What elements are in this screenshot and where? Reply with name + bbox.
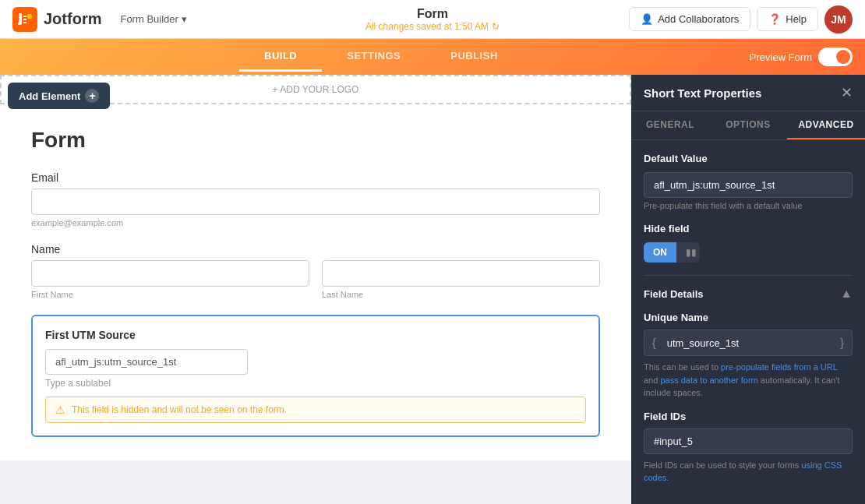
utm-input[interactable] bbox=[45, 349, 248, 375]
preview-form-label: Preview Form bbox=[750, 51, 812, 63]
name-field-group: Name First Name Last Name bbox=[31, 243, 600, 299]
jotform-logo-icon bbox=[12, 7, 37, 32]
toggle-off-button[interactable]: ▮▮ bbox=[676, 242, 700, 263]
right-actions: 👤 Add Collaborators ❓ Help JM bbox=[629, 5, 853, 33]
top-navigation: Jotform Form Builder ▾ Form All changes … bbox=[0, 0, 865, 39]
field-ids-section: Field IDs Field IDs can be used to style… bbox=[644, 411, 853, 485]
panel-body: Default Value Pre-populate this field wi… bbox=[631, 140, 865, 504]
default-value-label: Default Value bbox=[644, 153, 853, 164]
help-button[interactable]: ❓ Help bbox=[757, 7, 818, 31]
close-panel-button[interactable]: ✕ bbox=[841, 86, 853, 100]
tab-advanced[interactable]: ADVANCED bbox=[787, 111, 865, 139]
add-collaborators-button[interactable]: 👤 Add Collaborators bbox=[629, 7, 750, 31]
unique-name-input[interactable] bbox=[664, 331, 833, 355]
email-label: Email bbox=[31, 171, 600, 184]
refresh-icon: ↻ bbox=[492, 21, 500, 32]
utm-sublabel: Type a sublabel bbox=[45, 378, 586, 389]
last-name-col: Last Name bbox=[322, 260, 600, 299]
form-title: Form bbox=[365, 7, 500, 21]
form-title-area: Form All changes saved at 1:50 AM ↻ bbox=[365, 7, 500, 32]
name-row: First Name Last Name bbox=[31, 260, 600, 299]
unique-name-label: Unique Name bbox=[644, 312, 853, 323]
panel-tabs: GENERAL OPTIONS ADVANCED bbox=[631, 111, 865, 140]
default-value-hint: Pre-populate this field with a default v… bbox=[644, 201, 853, 210]
unique-name-wrapper: { } bbox=[644, 330, 853, 356]
avatar-initials: JM bbox=[831, 13, 846, 26]
panel-title: Short Text Properties bbox=[644, 86, 761, 100]
pass-data-link[interactable]: pass data to another form bbox=[660, 375, 757, 385]
first-name-input[interactable] bbox=[31, 260, 309, 287]
toggle-on-button[interactable]: ON bbox=[644, 242, 676, 263]
unique-name-description: This can be used to pre-populate fields … bbox=[644, 361, 853, 400]
preview-toggle[interactable] bbox=[818, 48, 853, 66]
hide-field-section: Hide field ON ▮▮ bbox=[644, 223, 853, 263]
form-builder-label: Form Builder bbox=[120, 13, 178, 25]
field-id-input[interactable] bbox=[644, 428, 853, 454]
panel-header: Short Text Properties ✕ bbox=[631, 75, 865, 111]
name-label: Name bbox=[31, 243, 600, 256]
utm-field-title: First UTM Source bbox=[45, 329, 586, 341]
hide-field-label: Hide field bbox=[644, 223, 853, 234]
collab-label: Add Collaborators bbox=[658, 13, 739, 25]
email-input[interactable] bbox=[31, 189, 600, 215]
main-tabs: BUILD SETTINGS PUBLISH bbox=[12, 42, 750, 72]
email-field-group: Email example@example.com bbox=[31, 171, 600, 227]
add-element-button[interactable]: Add Element + bbox=[8, 83, 110, 109]
help-label: Help bbox=[786, 13, 807, 25]
tab-publish[interactable]: PUBLISH bbox=[425, 42, 523, 72]
tab-build[interactable]: BUILD bbox=[239, 42, 322, 72]
save-status: All changes saved at 1:50 AM ↻ bbox=[365, 21, 500, 32]
form-title-display: Form bbox=[31, 128, 600, 153]
logo-text: Jotform bbox=[44, 10, 101, 28]
open-brace: { bbox=[644, 330, 664, 355]
prepopulate-link[interactable]: pre-populate fields from a URL bbox=[721, 362, 837, 372]
warning-icon: ⚠ bbox=[55, 404, 65, 416]
last-name-sublabel: Last Name bbox=[322, 290, 600, 299]
svg-point-1 bbox=[27, 14, 32, 19]
form-builder-button[interactable]: Form Builder ▾ bbox=[114, 10, 192, 28]
logo-area: Jotform bbox=[12, 7, 101, 32]
email-sublabel: example@example.com bbox=[31, 218, 600, 227]
field-details-label: Field Details bbox=[644, 288, 704, 300]
default-value-input[interactable] bbox=[644, 172, 853, 198]
form-canvas: + ADD YOUR LOGO Form Email example@examp… bbox=[0, 75, 631, 504]
chevron-down-icon: ▾ bbox=[182, 13, 187, 25]
last-name-input[interactable] bbox=[322, 260, 600, 287]
form-content: Form Email example@example.com Name Firs… bbox=[0, 104, 631, 460]
default-value-section: Default Value Pre-populate this field wi… bbox=[644, 153, 853, 210]
hidden-warning-text: This field is hidden and will not be see… bbox=[72, 404, 287, 415]
add-element-label: Add Element bbox=[19, 90, 80, 102]
close-brace: } bbox=[832, 330, 852, 355]
tab-settings[interactable]: SETTINGS bbox=[322, 42, 425, 72]
tab-bar: BUILD SETTINGS PUBLISH Preview Form bbox=[0, 39, 865, 75]
first-name-sublabel: First Name bbox=[31, 290, 309, 299]
unique-name-section: Unique Name { } This can be used to pre-… bbox=[644, 312, 853, 400]
field-details-header[interactable]: Field Details ▲ bbox=[644, 287, 853, 301]
main-layout: Add Element + + ADD YOUR LOGO Form Email… bbox=[0, 75, 865, 504]
hide-field-toggle[interactable]: ON ▮▮ bbox=[644, 242, 700, 263]
builder-area: Add Element + + ADD YOUR LOGO Form Email… bbox=[0, 75, 631, 504]
field-id-description: Field IDs can be used to style your form… bbox=[644, 459, 853, 485]
plus-icon: + bbox=[85, 89, 99, 103]
tab-options[interactable]: OPTIONS bbox=[709, 111, 787, 139]
hidden-warning: ⚠ This field is hidden and will not be s… bbox=[45, 397, 586, 423]
avatar[interactable]: JM bbox=[824, 5, 853, 33]
chevron-up-icon: ▲ bbox=[840, 287, 853, 301]
field-details-section: Field Details ▲ Unique Name { } This can… bbox=[644, 275, 853, 485]
field-ids-label: Field IDs bbox=[644, 411, 853, 422]
first-name-col: First Name bbox=[31, 260, 309, 299]
person-icon: 👤 bbox=[641, 13, 653, 25]
right-panel: Short Text Properties ✕ GENERAL OPTIONS … bbox=[631, 75, 865, 504]
tab-general[interactable]: GENERAL bbox=[631, 111, 709, 139]
help-icon: ❓ bbox=[768, 13, 781, 25]
save-status-text: All changes saved at 1:50 AM bbox=[365, 21, 489, 32]
utm-field-wrapper: First UTM Source Type a sublabel ⚠ This … bbox=[31, 315, 600, 437]
preview-form-area: Preview Form bbox=[750, 48, 853, 66]
